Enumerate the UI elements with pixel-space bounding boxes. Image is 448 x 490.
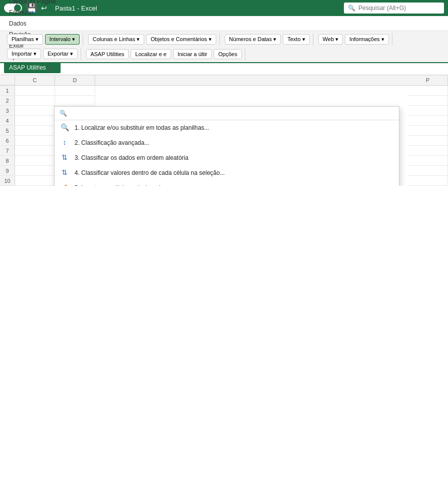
ribbon-btn-4-0[interactable]: Importar ▾ [7,49,41,59]
dropdown-search-row[interactable]: 🔍 [55,107,399,120]
grid-cell[interactable] [15,96,55,106]
dropdown-item-5[interactable]: ↺5. Inverter as células selecionadas [55,180,399,186]
dropdown-search-input[interactable] [70,110,394,117]
entry-icon-5: ↺ [60,183,70,186]
row-number: 9 [0,166,15,176]
grid-cell[interactable] [15,156,55,166]
search-icon: 🔍 [348,5,355,12]
ribbon-btn-5-2[interactable]: Iniciar a últir [173,49,212,59]
search-box[interactable]: 🔍 [344,3,444,14]
ribbon-btn-2-1[interactable]: Texto ▾ [283,34,309,45]
entry-icon-1: 🔍 [60,123,70,133]
menu-item-dados[interactable]: Dados [4,18,61,29]
grid-cell-p[interactable] [408,156,448,166]
grid-cell-p[interactable] [408,106,448,116]
menu-bar: InserirDesenharLayout da PáginaFórmulasD… [0,16,448,31]
row-number: 4 [0,116,15,126]
grid-cell[interactable] [15,146,55,156]
dropdown-items: 🔍1. Localizar e/ou substituir em todas a… [55,120,399,186]
col-header-c: C [15,75,55,85]
col-header-spacer [95,75,408,85]
column-header-row: C D P [0,75,448,86]
grid-cell[interactable] [15,166,55,176]
grid-row: 2 [0,96,448,106]
row-number: 10 [0,176,15,186]
ribbon: Planilhas ▾Intervalo ▾Colunas e Linhas ▾… [0,31,448,63]
ribbon-btn-5-3[interactable]: Opções [214,49,242,59]
ribbon-btn-3-1[interactable]: Informações ▾ [345,34,389,45]
grid-cell[interactable] [55,96,95,106]
main-area: C D P 12345678910 🔍 🔍1. Localizar e/ou s… [0,75,448,186]
formula-bar: ✓ fx [0,63,448,75]
entry-text-2: 2. Classificação avançada... [75,139,394,147]
dropdown-search-icon: 🔍 [60,110,67,117]
ribbon-group-0: Planilhas ▾Intervalo ▾ [4,33,83,46]
entry-icon-3: ⇅ [60,153,70,163]
ribbon-btn-0-1[interactable]: Intervalo ▾ [45,34,80,45]
row-num-header [0,75,15,85]
grid-cell[interactable] [15,176,55,186]
grid-cell-p[interactable] [408,126,448,136]
ribbon-btn-3-0[interactable]: Web ▾ [318,34,343,45]
grid-cell-p[interactable] [408,86,448,96]
entry-text-3: 3. Classificar os dados em ordem aleatór… [75,154,394,162]
grid-cell[interactable] [15,86,55,96]
row-number: 6 [0,136,15,146]
col-header-d: D [55,75,95,85]
top-bar: 💾 ↩ Pasta1 - Excel 🔍 [0,0,448,16]
ribbon-group-3: Web ▾Informações ▾ [315,33,392,46]
dropdown-item-4[interactable]: ⇅4. Classificar valores dentro de cada c… [55,165,399,180]
grid-cell-p[interactable] [408,176,448,186]
dropdown-item-2[interactable]: ↕2. Classificação avançada... [55,135,399,150]
dropdown-item-3[interactable]: ⇅3. Classificar os dados em ordem aleató… [55,150,399,165]
grid-row: 1 [0,86,448,96]
entry-icon-4: ⇅ [60,168,70,178]
ribbon-btn-5-0[interactable]: ASAP Utilities [86,49,129,59]
col-header-p: P [408,75,448,85]
ribbon-group-5: ASAP UtilitiesLocalizar e eIniciar a últ… [83,48,245,60]
ribbon-group-1: Colunas e Linhas ▾Objetos e Comentários … [85,33,220,46]
grid-spacer [95,86,408,96]
search-input[interactable] [358,5,438,12]
dropdown-item-1[interactable]: 🔍1. Localizar e/ou substituir em todas a… [55,120,399,135]
grid-cell-p[interactable] [408,116,448,126]
ribbon-btn-1-1[interactable]: Objetos e Comentários ▾ [146,34,216,45]
menu-item-layout-da-página[interactable]: Layout da Página [4,0,61,7]
entry-icon-2: ↕ [60,138,70,148]
dropdown-menu: 🔍 🔍1. Localizar e/ou substituir em todas… [54,106,399,186]
grid-cell[interactable] [15,116,55,126]
entry-text-1: 1. Localizar e/ou substituir em todas as… [75,124,394,132]
row-number: 1 [0,86,15,96]
grid-cell[interactable] [15,106,55,116]
grid-cell[interactable] [15,126,55,136]
ribbon-btn-4-1[interactable]: Exportar ▾ [43,49,78,59]
menu-item-fórmulas[interactable]: Fórmulas [4,7,61,18]
grid-cell-p[interactable] [408,146,448,156]
grid-cell-p[interactable] [408,166,448,176]
ribbon-group-4: Importar ▾Exportar ▾ [4,48,81,60]
fx-label: ✓ [34,66,43,73]
grid-cell[interactable] [15,136,55,146]
grid-cell-p[interactable] [408,96,448,106]
grid-cell-p[interactable] [408,136,448,146]
row-number: 7 [0,146,15,156]
ribbon-btn-0-0[interactable]: Planilhas ▾ [7,34,43,45]
ribbon-btn-2-0[interactable]: Números e Datas ▾ [225,34,281,45]
ribbon-btn-5-1[interactable]: Localizar e e [131,49,171,59]
grid-spacer [95,96,408,106]
row-number: 8 [0,156,15,166]
fx-symbol: fx [45,66,54,73]
window-title: Pasta1 - Excel [55,5,97,12]
ribbon-group-2: Números e Datas ▾Texto ▾ [222,33,313,46]
entry-text-4: 4. Classificar valores dentro de cada cé… [75,169,394,177]
row-number: 3 [0,106,15,116]
entry-text-5: 5. Inverter as células selecionadas [75,184,394,186]
row-number: 2 [0,96,15,106]
grid-cell[interactable] [55,86,95,96]
ribbon-btn-1-0[interactable]: Colunas e Linhas ▾ [88,34,144,45]
row-number: 5 [0,126,15,136]
